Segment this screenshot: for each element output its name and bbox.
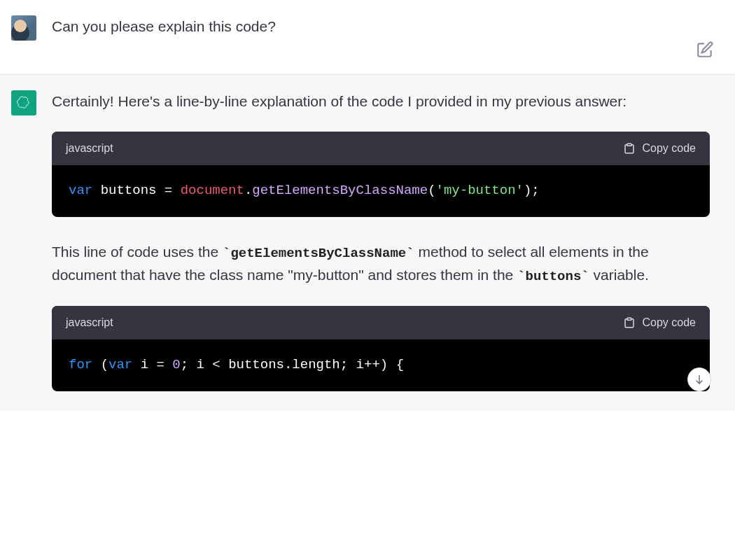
code-content[interactable]: var buttons = document.getElementsByClas… [52, 165, 710, 216]
code-block: javascript Copy code var buttons = docum… [52, 132, 710, 217]
svg-rect-0 [627, 144, 631, 146]
openai-logo-icon [16, 95, 31, 111]
user-text: Can you please explain this code? [52, 18, 276, 34]
copy-code-label: Copy code [643, 314, 696, 332]
assistant-intro: Certainly! Here's a line-by-line explana… [52, 90, 710, 113]
user-message: Can you please explain this code? [0, 0, 735, 75]
user-avatar [11, 15, 36, 41]
code-header: javascript Copy code [52, 132, 710, 166]
copy-code-button[interactable]: Copy code [623, 314, 696, 332]
inline-code: `getElementsByClassName` [223, 246, 414, 261]
text-run: This line of code uses the [52, 244, 223, 260]
assistant-explanation: This line of code uses the `getElementsB… [52, 241, 710, 288]
code-language-label: javascript [66, 314, 113, 332]
code-header: javascript Copy code [52, 306, 710, 340]
assistant-body: Certainly! Here's a line-by-line explana… [52, 90, 710, 391]
copy-code-label: Copy code [643, 140, 696, 158]
code-content[interactable]: for (var i = 0; i < buttons.length; i++)… [52, 340, 710, 391]
text-run: variable. [589, 267, 649, 283]
svg-rect-1 [627, 318, 631, 320]
edit-button[interactable] [696, 41, 714, 59]
clipboard-icon [623, 142, 636, 155]
scroll-down-button[interactable] [687, 368, 711, 391]
code-block: javascript Copy code for (var i = 0; i <… [52, 306, 710, 391]
code-language-label: javascript [66, 140, 113, 158]
inline-code: `buttons` [517, 269, 589, 284]
clipboard-icon [623, 316, 636, 329]
arrow-down-icon [693, 373, 706, 386]
copy-code-button[interactable]: Copy code [623, 140, 696, 158]
edit-icon [696, 41, 714, 59]
assistant-message: Certainly! Here's a line-by-line explana… [0, 75, 735, 411]
user-message-text: Can you please explain this code? [52, 15, 710, 41]
assistant-avatar [11, 90, 36, 115]
